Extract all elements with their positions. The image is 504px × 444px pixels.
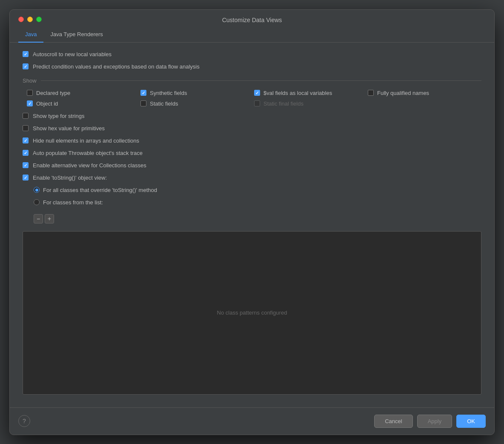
predict-label: Predict condition values and exceptions … [33, 63, 200, 70]
auto-populate-checkbox[interactable] [23, 150, 29, 156]
synthetic-fields-item: Synthetic fields [140, 90, 254, 96]
enable-alt-view-checkbox[interactable] [23, 162, 29, 168]
dialog-title: Customize Data Views [222, 17, 282, 23]
hide-null-row: Hide null elements in arrays and collect… [23, 137, 481, 144]
autoscroll-row: Autoscroll to new local variables [23, 51, 481, 57]
predict-row: Predict condition values and exceptions … [23, 63, 481, 70]
declared-type-checkbox[interactable] [27, 90, 33, 96]
enable-alt-view-label: Enable alternative view for Collections … [33, 162, 146, 169]
content-area: Autoscroll to new local variables Predic… [10, 43, 494, 407]
autoscroll-label: Autoscroll to new local variables [33, 51, 112, 57]
static-fields-item: Static fields [140, 100, 254, 107]
static-fields-label: Static fields [150, 100, 178, 107]
show-type-strings-checkbox[interactable] [23, 113, 29, 119]
sval-fields-checkbox[interactable] [254, 90, 260, 96]
fully-qualified-item: Fully qualified names [368, 90, 481, 96]
radio-all-classes-label: For all classes that override 'toString(… [43, 187, 157, 193]
close-button[interactable] [18, 17, 24, 22]
autoscroll-checkbox[interactable] [23, 51, 29, 57]
remove-button[interactable]: − [34, 214, 43, 223]
show-grid: Declared type Synthetic fields $val fiel… [23, 90, 481, 107]
footer-buttons: Cancel Apply OK [374, 415, 486, 428]
show-section-header: Show [23, 77, 481, 84]
auto-populate-label: Auto populate Throwable object's stack t… [33, 150, 143, 156]
help-button[interactable]: ? [18, 415, 30, 427]
tab-java[interactable]: Java [18, 28, 43, 43]
radio-list-classes[interactable] [34, 199, 40, 205]
minimize-button[interactable] [27, 17, 33, 22]
tabs-container: Java Java Type Renderers [10, 28, 494, 43]
hide-null-label: Hide null elements in arrays and collect… [33, 137, 139, 144]
tab-java-type-renderers[interactable]: Java Type Renderers [43, 28, 109, 43]
traffic-lights [18, 17, 42, 22]
dialog-window: Customize Data Views Java Java Type Rend… [9, 9, 495, 435]
fully-qualified-label: Fully qualified names [377, 90, 429, 96]
object-id-label: Object id [36, 100, 58, 107]
show-hex-checkbox[interactable] [23, 125, 29, 131]
static-final-fields-label: Static final fields [263, 100, 304, 107]
apply-button[interactable]: Apply [417, 415, 452, 428]
footer: ? Cancel Apply OK [10, 407, 494, 435]
fully-qualified-checkbox[interactable] [368, 90, 374, 96]
static-fields-checkbox[interactable] [140, 100, 146, 106]
radio-all-classes[interactable] [34, 187, 40, 193]
object-id-checkbox[interactable] [27, 100, 33, 106]
declared-type-item: Declared type [27, 90, 140, 96]
enable-tostring-label: Enable 'toString()' object view: [33, 175, 107, 181]
radio-list-classes-label: For classes from the list: [43, 199, 103, 206]
show-hex-label: Show hex value for primitives [33, 125, 105, 132]
show-hex-row: Show hex value for primitives [23, 125, 481, 132]
enable-tostring-checkbox[interactable] [23, 175, 29, 180]
declared-type-label: Declared type [36, 90, 70, 96]
maximize-button[interactable] [36, 17, 42, 22]
hide-null-checkbox[interactable] [23, 137, 29, 143]
predict-checkbox[interactable] [23, 63, 29, 69]
radio-list-classes-row: For classes from the list: [23, 199, 481, 206]
radio-all-classes-row: For all classes that override 'toString(… [23, 187, 481, 193]
enable-alt-view-row: Enable alternative view for Collections … [23, 162, 481, 169]
list-placeholder: No class patterns configured [217, 309, 287, 316]
enable-tostring-row: Enable 'toString()' object view: [23, 175, 481, 181]
static-final-fields-item: Static final fields [254, 100, 368, 107]
static-final-fields-checkbox[interactable] [254, 100, 260, 106]
cancel-button[interactable]: Cancel [374, 415, 412, 428]
sval-fields-label: $val fields as local variables [263, 90, 332, 96]
list-toolbar: − ＋ [23, 212, 481, 225]
add-button[interactable]: ＋ [45, 214, 54, 223]
title-bar: Customize Data Views [10, 10, 494, 28]
synthetic-fields-label: Synthetic fields [150, 90, 187, 96]
object-id-item: Object id [27, 100, 140, 107]
auto-populate-row: Auto populate Throwable object's stack t… [23, 150, 481, 156]
synthetic-fields-checkbox[interactable] [140, 90, 146, 96]
show-type-strings-row: Show type for strings [23, 113, 481, 119]
class-patterns-list[interactable]: No class patterns configured [23, 231, 481, 395]
ok-button[interactable]: OK [456, 415, 486, 428]
show-type-strings-label: Show type for strings [33, 113, 84, 119]
sval-fields-item: $val fields as local variables [254, 90, 368, 96]
